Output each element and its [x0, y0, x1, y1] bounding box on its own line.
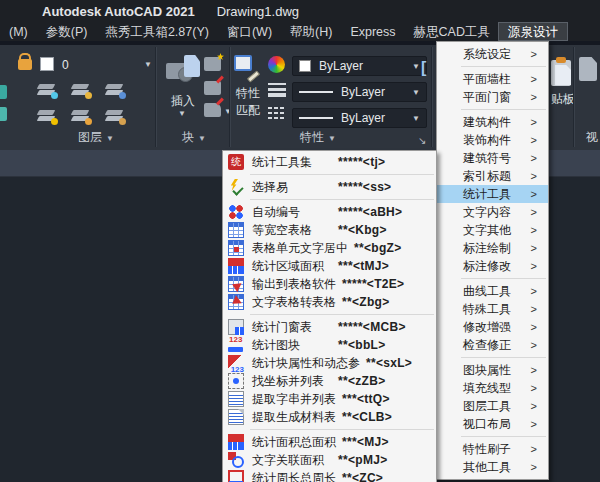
- plugin-menu-item[interactable]: 特性刷子 >: [437, 440, 548, 458]
- submenu-item[interactable]: 表格单元文字居中 **<bgZ>: [223, 239, 436, 257]
- layer-unlock-tool-icon[interactable]: [70, 107, 92, 125]
- match-properties-button[interactable]: 特性 匹配: [228, 85, 268, 119]
- insert-dropdown-icon[interactable]: ▼: [178, 109, 186, 118]
- menu-separator: [461, 109, 546, 110]
- submenu-item[interactable]: 自动编号 *****<aBH>: [223, 203, 436, 221]
- plugin-menu-item[interactable]: 平面门窗 >: [437, 88, 548, 106]
- submenu-item[interactable]: 统计周长总周长 **<ZC>: [223, 469, 436, 482]
- plugin-menu-item-label: 标注绘制: [463, 241, 511, 255]
- submenu-item[interactable]: 文字表格转表格 **<Zbg>: [223, 293, 436, 311]
- dialog-launcher-icon[interactable]: ↘: [418, 135, 426, 146]
- block-attr-icon[interactable]: [204, 81, 221, 95]
- layer-unlock-icon[interactable]: [18, 59, 32, 70]
- layer-select[interactable]: 0: [62, 58, 69, 72]
- submenu-arrow-icon: >: [531, 257, 537, 275]
- submenu-item[interactable]: 统计块属性和动态参 **<sxL>: [223, 354, 436, 372]
- menu-bar-item[interactable]: 燕秀工具箱2.87(Y): [96, 23, 218, 40]
- submenu-item[interactable]: 找坐标并列表 **<zZB>: [223, 372, 436, 390]
- menu-bar-item[interactable]: 赫思CAD工具: [405, 23, 499, 40]
- lineweight-select[interactable]: ByLayer ▼: [292, 82, 427, 102]
- plugin-menu-item[interactable]: 平面墙柱 >: [437, 70, 548, 88]
- submenu-arrow-icon: >: [531, 185, 537, 203]
- submenu-arrow-icon: >: [531, 88, 537, 106]
- submenu-item[interactable]: 文字关联面积 **<pMJ>: [223, 451, 436, 469]
- plugin-menu-item[interactable]: 视口布局 >: [437, 415, 548, 433]
- plugin-menu-item[interactable]: 装饰构件 >: [437, 131, 548, 149]
- block-panel-label[interactable]: 块▼: [182, 129, 206, 146]
- submenu-item[interactable]: 统计门窗表 *****<MCB>: [223, 318, 436, 336]
- submenu-item[interactable]: 统计工具集 *****<tj>: [223, 153, 436, 171]
- select-easy-icon: [228, 179, 244, 195]
- plugin-dropdown-menu: 系统设定 > 平面墙柱 > 平面门窗 > 建筑构件 > 装饰构件 > 建筑符号 …: [436, 41, 549, 480]
- plugin-menu-item[interactable]: 图块属性 >: [437, 361, 548, 379]
- submenu-item[interactable]: 提取字串并列表 ***<ttQ>: [223, 390, 436, 408]
- layer-freeze-icon[interactable]: [36, 81, 58, 99]
- panel-divider: [431, 47, 433, 147]
- layer-panel-label[interactable]: 图层▼: [78, 129, 114, 146]
- layer-lock-icon[interactable]: [70, 81, 92, 99]
- plugin-menu-item-label: 统计工具: [463, 187, 511, 201]
- plugin-menu-item-label: 检查修正: [463, 338, 511, 352]
- submenu-arrow-icon: >: [531, 397, 537, 415]
- plugin-menu-item[interactable]: 文字内容 >: [437, 203, 548, 221]
- menu-bar-item[interactable]: 窗口(W): [218, 23, 281, 40]
- plugin-menu-item[interactable]: 建筑构件 >: [437, 113, 548, 131]
- menu-bar-item[interactable]: 参数(P): [37, 23, 97, 40]
- submenu-item[interactable]: 选择易 *****<ss>: [223, 178, 436, 196]
- menu-bar-item[interactable]: Express: [341, 23, 404, 40]
- plugin-menu-item[interactable]: 建筑符号 >: [437, 149, 548, 167]
- panel-divider: [573, 47, 575, 147]
- plugin-menu-item[interactable]: 填充线型 >: [437, 379, 548, 397]
- group-icon[interactable]: [: [421, 59, 426, 77]
- menu-bar-item[interactable]: (M): [0, 23, 37, 40]
- color-wheel-icon[interactable]: [268, 56, 285, 73]
- insert-button[interactable]: 插入: [160, 93, 206, 110]
- plugin-menu-item[interactable]: 修改增强 >: [437, 318, 548, 336]
- plugin-menu-item[interactable]: 曲线工具 >: [437, 282, 548, 300]
- layer-on-icon[interactable]: [36, 107, 58, 125]
- paste-icon[interactable]: [551, 57, 575, 87]
- plugin-menu-item[interactable]: 系统设定 >: [437, 45, 548, 63]
- object-color-select[interactable]: ByLayer ▼: [292, 56, 427, 76]
- block-edit-icon[interactable]: [204, 57, 221, 71]
- submenu-item-shortcut: *****<aBH>: [338, 205, 402, 219]
- color-swatch: [299, 60, 311, 72]
- lineweight-icon[interactable]: [268, 83, 286, 97]
- submenu-item[interactable]: 统计面积总面积 ***<MJ>: [223, 433, 436, 451]
- plugin-menu-item[interactable]: 其他工具 >: [437, 458, 548, 476]
- plugin-menu-item[interactable]: 图层工具 >: [437, 397, 548, 415]
- view-tool-icon[interactable]: [579, 57, 597, 81]
- insert-block-icon[interactable]: [166, 55, 200, 87]
- plugin-menu-item[interactable]: 特殊工具 >: [437, 300, 548, 318]
- submenu-item[interactable]: 统计区域面积 ***<tMJ>: [223, 257, 436, 275]
- plugin-menu-item[interactable]: 检查修正 >: [437, 336, 548, 354]
- menu-separator: [250, 199, 434, 200]
- match-properties-icon[interactable]: [234, 55, 260, 79]
- door-table-icon: [228, 319, 244, 335]
- plugin-menu-item[interactable]: 文字其他 >: [437, 221, 548, 239]
- submenu-item[interactable]: 等宽空表格 **<Kbg>: [223, 221, 436, 239]
- submenu-item[interactable]: 输出到表格软件 *****<T2E>: [223, 275, 436, 293]
- layer-match-icon[interactable]: [104, 107, 126, 125]
- submenu-item-label: 统计区域面积: [252, 258, 332, 275]
- plugin-menu-item[interactable]: 统计工具 >: [437, 185, 548, 203]
- center-text-icon: [228, 240, 244, 256]
- linetype-icon[interactable]: [268, 107, 286, 119]
- layer-dropdown-icon[interactable]: ▼: [144, 60, 152, 69]
- submenu-item[interactable]: 提取生成材料表 **<CLB>: [223, 408, 436, 426]
- properties-panel-label[interactable]: 特性▼: [300, 129, 336, 146]
- submenu-arrow-icon: >: [531, 239, 537, 257]
- plugin-menu-item[interactable]: 标注绘制 >: [437, 239, 548, 257]
- layer-color-swatch[interactable]: [40, 57, 54, 71]
- combo-dropdown-icon: ▼: [412, 88, 420, 97]
- block-tag-icon[interactable]: [204, 103, 221, 117]
- submenu-arrow-icon: >: [531, 221, 537, 239]
- submenu-item[interactable]: 统计图块 **<bbL>: [223, 336, 436, 354]
- menu-bar-item[interactable]: 帮助(H): [281, 23, 341, 40]
- plugin-menu-item[interactable]: 标注修改 >: [437, 257, 548, 275]
- linetype-select[interactable]: ByLayer ▼: [292, 108, 427, 128]
- menu-bar-item[interactable]: 源泉设计: [499, 23, 567, 40]
- layer-isolate-icon[interactable]: [104, 81, 126, 99]
- view-panel-label[interactable]: 视: [586, 129, 598, 146]
- plugin-menu-item[interactable]: 索引标题 >: [437, 167, 548, 185]
